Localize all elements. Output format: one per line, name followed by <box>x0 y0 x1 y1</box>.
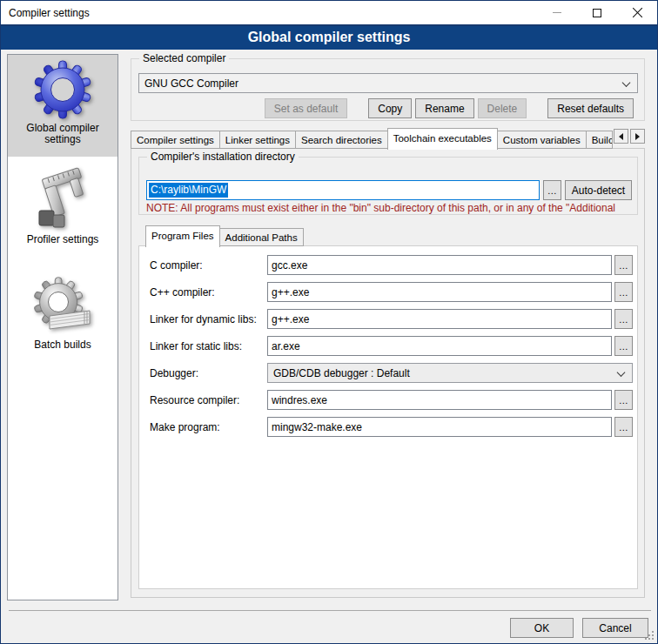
selected-compiler-group: Selected compiler GNU GCC Compiler Set a… <box>131 58 645 121</box>
settings-category-list: Global compiler settings <box>7 54 118 600</box>
field-label: Debugger: <box>150 367 267 379</box>
maximize-button[interactable] <box>577 1 617 24</box>
installation-directory-group: Compiler's installation directory C:\ray… <box>138 157 638 215</box>
ok-button[interactable]: OK <box>510 618 574 638</box>
field-row-dynamic-linker: Linker for dynamic libs: ... <box>150 309 637 329</box>
static-linker-input[interactable] <box>267 336 612 356</box>
installation-directory-value: C:\raylib\MinGW <box>149 183 228 198</box>
window-title: Compiler settings <box>9 7 90 19</box>
browse-button[interactable]: ... <box>614 336 633 356</box>
reset-defaults-button[interactable]: Reset defaults <box>547 98 634 118</box>
field-row-resource-compiler: Resource compiler: ... <box>150 390 637 410</box>
blue-gear-icon <box>32 59 93 120</box>
installation-directory-group-label: Compiler's installation directory <box>147 151 299 164</box>
compiler-settings-dialog: Compiler settings Global compiler settin… <box>0 0 658 644</box>
minimize-icon <box>553 12 561 13</box>
browse-button[interactable]: ... <box>614 282 633 302</box>
copy-button[interactable]: Copy <box>368 98 412 118</box>
close-icon <box>632 7 643 18</box>
sidebar-item-global-compiler-settings[interactable]: Global compiler settings <box>8 55 118 157</box>
program-files-panel: C compiler: ... C++ compiler: ... Linker… <box>138 245 638 589</box>
title-bar: Compiler settings <box>1 1 657 24</box>
chevron-down-icon <box>617 368 626 377</box>
set-as-default-button: Set as default <box>265 98 347 118</box>
tab-scroll-right-button[interactable] <box>630 129 645 144</box>
right-arrow-icon <box>635 133 640 140</box>
subtab-program-files[interactable]: Program Files <box>145 225 220 247</box>
left-arrow-icon <box>619 133 623 140</box>
settings-tab-bar: Compiler settings Linker settings Search… <box>131 127 645 149</box>
caliper-icon <box>31 167 94 231</box>
field-label: Linker for dynamic libs: <box>150 313 267 325</box>
tab-linker-settings[interactable]: Linker settings <box>219 131 296 149</box>
compiler-actions: Set as default Copy Rename Delete Reset … <box>261 98 634 118</box>
sidebar-item-batch-builds[interactable]: Batch builds <box>8 274 118 366</box>
field-row-cpp-compiler: C++ compiler: ... <box>150 282 637 302</box>
dynamic-linker-input[interactable] <box>267 309 612 329</box>
browse-button[interactable]: ... <box>614 417 633 437</box>
browse-button[interactable]: ... <box>614 255 633 275</box>
resize-grip[interactable] <box>645 631 655 641</box>
tab-compiler-settings[interactable]: Compiler settings <box>131 131 220 149</box>
field-label: Linker for static libs: <box>150 340 267 352</box>
page-title: Global compiler settings <box>1 26 657 50</box>
subtab-additional-paths[interactable]: Additional Paths <box>219 228 304 246</box>
tab-scroll-buttons <box>612 129 645 144</box>
field-row-make-program: Make program: ... <box>150 417 637 437</box>
tab-custom-variables[interactable]: Custom variables <box>497 131 587 149</box>
tab-scroll-left-button[interactable] <box>614 129 628 144</box>
sidebar-item-label: Profiler settings <box>27 234 99 245</box>
resource-compiler-input[interactable] <box>267 390 612 410</box>
rename-button[interactable]: Rename <box>415 98 473 118</box>
auto-detect-button[interactable]: Auto-detect <box>565 180 632 200</box>
field-row-static-linker: Linker for static libs: ... <box>150 336 637 356</box>
installation-directory-input[interactable]: C:\raylib\MinGW <box>146 180 540 200</box>
debugger-select-value: GDB/CDB debugger : Default <box>273 367 410 379</box>
debugger-select[interactable]: GDB/CDB debugger : Default <box>267 363 633 383</box>
tab-search-directories[interactable]: Search directories <box>295 131 388 149</box>
sidebar-item-label: Batch builds <box>34 339 91 351</box>
tab-toolchain-executables[interactable]: Toolchain executables <box>387 128 498 150</box>
make-program-input[interactable] <box>267 417 612 437</box>
cpp-compiler-input[interactable] <box>267 282 612 302</box>
close-button[interactable] <box>617 1 657 24</box>
field-row-debugger: Debugger: GDB/CDB debugger : Default <box>150 363 637 383</box>
footer-separator <box>9 610 651 611</box>
compiler-select-value: GNU GCC Compiler <box>144 77 238 90</box>
field-label: Make program: <box>150 421 267 433</box>
toolchain-executables-page: Compiler's installation directory C:\ray… <box>131 148 645 598</box>
field-label: Resource compiler: <box>150 394 267 406</box>
browse-button[interactable]: ... <box>614 309 633 329</box>
bin-subdirectory-note: NOTE: All programs must exist either in … <box>146 202 635 214</box>
compiler-select[interactable]: GNU GCC Compiler <box>138 73 638 93</box>
sidebar-item-label: Global compiler settings <box>8 123 118 145</box>
field-row-c-compiler: C compiler: ... <box>150 255 637 275</box>
c-compiler-input[interactable] <box>267 255 612 275</box>
sidebar-item-profiler-settings[interactable]: Profiler settings <box>8 165 118 254</box>
chevron-down-icon <box>622 78 631 87</box>
selected-compiler-group-label: Selected compiler <box>139 52 229 65</box>
program-tabs-bar: Program Files Additional Paths <box>145 225 303 246</box>
installation-directory-browse-button[interactable]: ... <box>543 180 561 200</box>
delete-button: Delete <box>478 98 527 118</box>
gray-gear-stack-icon <box>30 276 95 337</box>
tab-build-options-clipped[interactable]: Builc <box>586 131 613 149</box>
window-controls <box>537 1 657 24</box>
browse-button[interactable]: ... <box>614 390 633 410</box>
maximize-icon <box>593 9 601 17</box>
field-label: C compiler: <box>150 259 267 272</box>
cancel-button[interactable]: Cancel <box>582 618 648 638</box>
field-label: C++ compiler: <box>150 286 267 299</box>
minimize-button[interactable] <box>537 1 577 24</box>
